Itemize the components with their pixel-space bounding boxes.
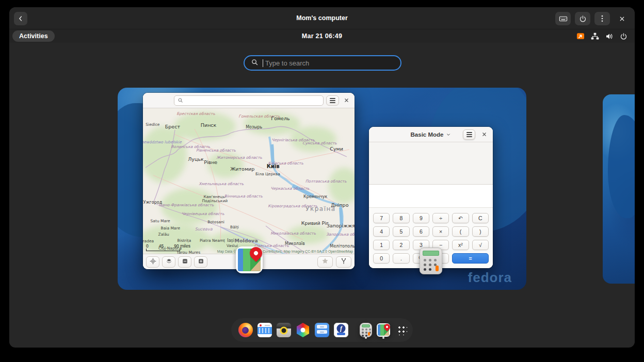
show-apps-button[interactable] bbox=[395, 321, 409, 339]
maps-header-bar bbox=[143, 93, 355, 108]
vm-header-bar: Mom's computer bbox=[9, 7, 635, 29]
calculator-icon bbox=[360, 323, 372, 337]
map-attribution: Map Data © OpenStreetMap Contributors, M… bbox=[200, 250, 353, 253]
calc-key-1[interactable]: 1 bbox=[373, 240, 390, 250]
calc-key-8[interactable]: 8 bbox=[393, 213, 409, 223]
search-placeholder: Type to search bbox=[265, 59, 309, 67]
close-icon bbox=[619, 15, 625, 22]
files-icon[interactable] bbox=[315, 321, 329, 339]
maps-window[interactable]: SiedlceБрестПинскБрестская областьГомель… bbox=[143, 93, 355, 269]
calculator-window[interactable]: Basic Mode 789÷↶C456×()123−x²√0.%+= bbox=[369, 127, 493, 268]
maps-app-icon[interactable] bbox=[236, 246, 263, 273]
vm-menu-button[interactable] bbox=[594, 12, 610, 25]
network-wired-icon bbox=[591, 32, 599, 40]
calc-key-↶[interactable]: ↶ bbox=[452, 213, 469, 223]
vm-power-button[interactable] bbox=[575, 12, 590, 25]
calendar-icon[interactable] bbox=[257, 321, 272, 339]
calc-key-√[interactable]: √ bbox=[472, 240, 489, 250]
workspace-thumbnail-next[interactable] bbox=[603, 94, 635, 284]
volume-icon bbox=[605, 32, 614, 40]
map-label: Мелітополь bbox=[330, 244, 355, 249]
calc-key-5[interactable]: 5 bbox=[393, 226, 409, 237]
system-tray[interactable] bbox=[576, 29, 627, 43]
calc-key-C[interactable]: C bbox=[472, 213, 489, 223]
calc-key-([interactable]: ( bbox=[452, 226, 469, 237]
map-label: Брест bbox=[165, 124, 180, 129]
map-label: Біла Церква bbox=[255, 172, 280, 176]
keyboard-shortcuts-button[interactable] bbox=[555, 12, 571, 25]
maps-close-button[interactable] bbox=[341, 95, 352, 106]
zoom-in-button[interactable] bbox=[194, 256, 207, 268]
calc-key-0[interactable]: 0 bbox=[373, 253, 390, 264]
fedora-logo: f bbox=[334, 323, 348, 337]
clock[interactable]: Mar 21 06:49 bbox=[9, 29, 635, 43]
power-icon bbox=[579, 15, 587, 23]
photos-pinwheel-logo bbox=[296, 323, 310, 337]
favorites-button[interactable] bbox=[317, 256, 333, 268]
map-label: Satu Mare bbox=[151, 219, 170, 223]
route-button[interactable] bbox=[336, 256, 351, 268]
locate-icon bbox=[150, 258, 156, 266]
calc-key-.[interactable]: . bbox=[393, 253, 409, 264]
calc-key-x²[interactable]: x² bbox=[452, 240, 469, 250]
calc-mode-label: Basic Mode bbox=[411, 131, 444, 138]
guest-display: Activities Mar 21 06:49 Type to search f… bbox=[9, 29, 635, 347]
calculator-app-icon[interactable] bbox=[420, 248, 442, 274]
map-label: Житомирська область bbox=[216, 156, 262, 160]
maps-menu-button[interactable] bbox=[326, 95, 339, 106]
maps-dock-icon[interactable] bbox=[377, 321, 390, 339]
map-canvas[interactable]: SiedlceБрестПинскБрестская областьГомель… bbox=[143, 108, 355, 254]
firefox-icon[interactable] bbox=[238, 321, 253, 339]
calc-key-7[interactable]: 7 bbox=[373, 213, 390, 223]
map-label: Piatra Neamț bbox=[200, 239, 225, 243]
calc-close-button[interactable] bbox=[478, 129, 490, 140]
hamburger-menu-icon bbox=[466, 132, 472, 137]
workspace-thumbnail[interactable]: fedora bbox=[118, 88, 526, 290]
screen: Mom's computer Activities Mar bbox=[0, 0, 644, 362]
calculator-dock-icon[interactable] bbox=[360, 321, 372, 339]
map-label: Запорізька область bbox=[326, 233, 355, 237]
layers-button[interactable] bbox=[162, 256, 175, 268]
calc-key-9[interactable]: 9 bbox=[413, 213, 429, 223]
calc-key-6[interactable]: 6 bbox=[413, 226, 429, 237]
maps-icon bbox=[377, 323, 390, 337]
map-label: Iași bbox=[227, 239, 234, 243]
calc-key-2[interactable]: 2 bbox=[393, 240, 409, 250]
go-to-location-button[interactable] bbox=[146, 256, 159, 268]
map-label: Дніпро bbox=[331, 203, 348, 208]
calc-entry-field[interactable] bbox=[369, 185, 493, 208]
map-label: Suceava bbox=[195, 227, 213, 232]
file-cabinet-logo bbox=[315, 323, 329, 337]
calc-key-÷[interactable]: ÷ bbox=[432, 213, 449, 223]
zoom-out-button[interactable] bbox=[178, 256, 191, 268]
calendar-logo bbox=[257, 323, 272, 337]
fedora-watermark: fedora bbox=[468, 270, 512, 286]
keyboard-icon bbox=[559, 15, 568, 23]
map-label: Сумська область bbox=[302, 141, 337, 145]
route-icon bbox=[340, 257, 347, 266]
calc-key-×[interactable]: × bbox=[432, 226, 449, 237]
zoom-in-icon bbox=[198, 258, 204, 266]
vm-close-button[interactable] bbox=[614, 12, 630, 25]
search-field[interactable]: Type to search bbox=[244, 55, 401, 71]
star-icon bbox=[321, 257, 329, 266]
text-cursor bbox=[263, 59, 263, 67]
calc-key-)[interactable]: ) bbox=[472, 226, 489, 237]
rhythmbox-icon[interactable] bbox=[277, 321, 291, 339]
calc-key-=[interactable]: = bbox=[452, 253, 489, 264]
map-label: Житомир bbox=[230, 167, 254, 172]
maps-search-entry[interactable] bbox=[174, 95, 324, 106]
dash: f bbox=[231, 318, 413, 342]
map-label: Миколаївська область bbox=[270, 232, 316, 236]
map-labels: SiedlceБрестПинскБрестская областьГомель… bbox=[143, 108, 355, 254]
map-label: Кривий Ріг bbox=[301, 221, 329, 226]
running-indicator bbox=[382, 337, 384, 339]
fedora-media-writer-icon[interactable]: f bbox=[334, 321, 348, 339]
calc-key-4[interactable]: 4 bbox=[373, 226, 390, 237]
map-label: Bistrița bbox=[178, 239, 191, 243]
vm-title: Mom's computer bbox=[9, 14, 635, 22]
photos-icon[interactable] bbox=[296, 321, 310, 339]
power-icon bbox=[620, 32, 627, 40]
calculator-icon bbox=[420, 248, 442, 274]
calc-menu-button[interactable] bbox=[463, 129, 475, 140]
